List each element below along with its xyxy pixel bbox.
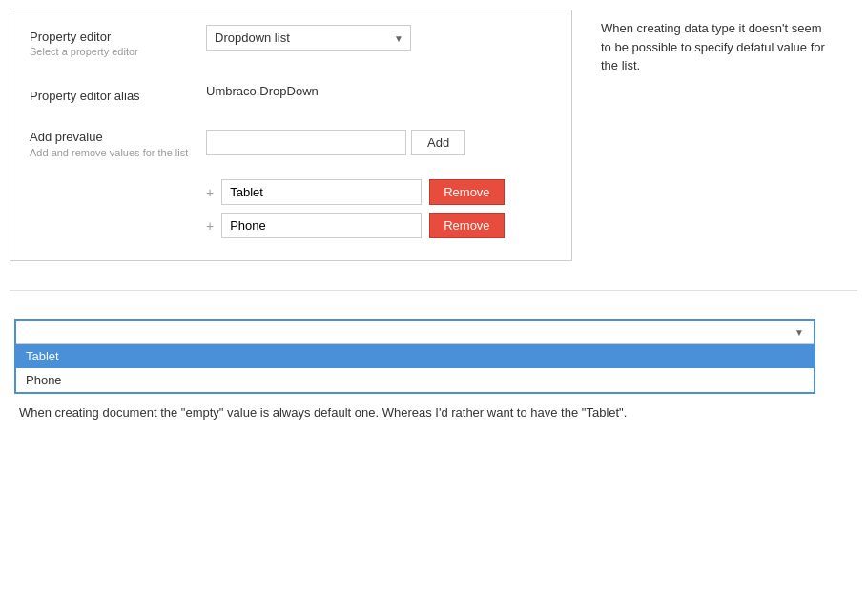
- prevalue-label: Add prevalue: [30, 130, 206, 144]
- property-editor-row: Property editor Select a property editor…: [30, 25, 552, 67]
- drag-handle-icon[interactable]: +: [206, 218, 214, 234]
- dropdown-demo-arrow-icon: ▼: [795, 327, 804, 338]
- alias-label-group: Property editor alias: [30, 84, 206, 103]
- alias-label: Property editor alias: [30, 89, 206, 103]
- property-editor-select[interactable]: Dropdown list: [206, 25, 411, 51]
- property-editor-alias-row: Property editor alias Umbraco.DropDown: [30, 84, 552, 113]
- property-editor-sublabel: Select a property editor: [30, 46, 206, 57]
- property-editor-control: Dropdown list ▼: [206, 25, 552, 51]
- editor-panel: Property editor Select a property editor…: [10, 10, 572, 261]
- side-note: When creating data type it doesn't seem …: [591, 10, 839, 261]
- dropdown-demo-options: Tablet Phone: [16, 343, 814, 392]
- dropdown-demo-option-phone[interactable]: Phone: [16, 368, 814, 392]
- list-item-input-phone[interactable]: [221, 213, 422, 238]
- list-items-container: + Remove + Remove: [206, 179, 552, 238]
- bottom-section: ▼ Tablet Phone When creating document th…: [0, 310, 867, 433]
- bottom-note: When creating document the "empty" value…: [14, 403, 853, 423]
- list-item: + Remove: [206, 213, 552, 238]
- add-input-row: Add: [206, 130, 552, 155]
- add-prevalue-input[interactable]: [206, 130, 406, 155]
- property-editor-label: Property editor: [30, 30, 206, 44]
- alias-value: Umbraco.DropDown: [206, 79, 319, 98]
- dropdown-demo-header[interactable]: ▼: [16, 321, 814, 343]
- add-prevalue-row: Add prevalue Add and remove values for t…: [30, 130, 552, 170]
- add-button[interactable]: Add: [411, 130, 465, 155]
- side-note-text: When creating data type it doesn't seem …: [601, 21, 825, 72]
- dropdown-demo: ▼ Tablet Phone: [14, 319, 815, 394]
- prevalue-sublabel: Add and remove values for the list: [30, 146, 206, 159]
- divider: [10, 290, 857, 291]
- property-editor-dropdown-wrapper: Dropdown list ▼: [206, 25, 411, 51]
- dropdown-demo-option-tablet[interactable]: Tablet: [16, 344, 814, 368]
- remove-button-phone[interactable]: Remove: [429, 213, 504, 238]
- prevalue-label-group: Add prevalue Add and remove values for t…: [30, 130, 206, 159]
- list-item: + Remove: [206, 179, 552, 205]
- drag-handle-icon[interactable]: +: [206, 185, 214, 200]
- list-item-input-tablet[interactable]: [221, 179, 422, 205]
- remove-button-tablet[interactable]: Remove: [429, 179, 504, 205]
- property-editor-label-group: Property editor Select a property editor: [30, 25, 206, 57]
- prevalue-control: Add: [206, 130, 552, 170]
- alias-value-container: Umbraco.DropDown: [206, 84, 552, 98]
